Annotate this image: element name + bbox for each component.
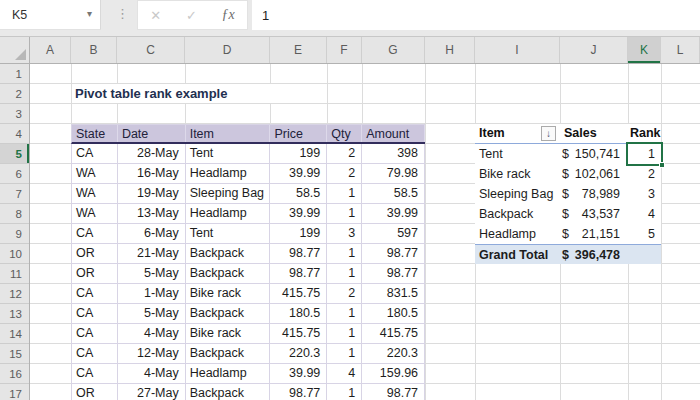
row-header-15[interactable]: 15	[0, 344, 29, 364]
column-header-h[interactable]: H	[425, 37, 475, 63]
grand-total-sales[interactable]: $396,478	[560, 245, 628, 264]
pivot-cell-rank[interactable]: 3	[628, 184, 661, 204]
cell-item[interactable]: Backpack	[186, 304, 271, 324]
row-header-8[interactable]: 8	[0, 204, 29, 224]
row-header-16[interactable]: 16	[0, 364, 29, 384]
column-header-a[interactable]: A	[30, 37, 71, 63]
selected-cell-outline[interactable]	[626, 142, 663, 166]
cell-qty[interactable]: 1	[327, 184, 362, 204]
cell-amount[interactable]: 98.77	[362, 384, 425, 400]
header-amount[interactable]: Amount	[362, 125, 425, 142]
row-header-7[interactable]: 7	[0, 184, 29, 204]
header-price[interactable]: Price	[270, 125, 327, 142]
column-header-f[interactable]: F	[327, 37, 362, 63]
sheet-title-cell[interactable]: Pivot table rank example	[72, 84, 286, 103]
cell-state[interactable]: CA	[72, 284, 118, 304]
cell-date[interactable]: 28-May	[118, 144, 186, 164]
cell-item[interactable]: Backpack	[186, 384, 271, 400]
cell-item[interactable]: Backpack	[186, 264, 271, 284]
pivot-cell-item[interactable]: Headlamp	[475, 224, 560, 244]
cell-price[interactable]: 98.77	[270, 384, 327, 400]
pivot-cell-rank[interactable]: 5	[628, 224, 661, 244]
cell-item[interactable]: Bike rack	[186, 284, 271, 304]
cell-date[interactable]: 13-May	[118, 204, 186, 224]
cell-qty[interactable]: 1	[327, 324, 362, 344]
cell-amount[interactable]: 398	[362, 144, 425, 164]
cell-price[interactable]: 98.77	[270, 244, 327, 264]
cell-item[interactable]: Sleeping Bag	[186, 184, 271, 204]
cell-state[interactable]: OR	[72, 264, 118, 284]
column-header-i[interactable]: I	[475, 37, 560, 63]
row-header-9[interactable]: 9	[0, 224, 29, 244]
pivot-cell-sales[interactable]: $78,989	[560, 184, 628, 204]
cell-qty[interactable]: 1	[327, 264, 362, 284]
cell-date[interactable]: 4-May	[118, 364, 186, 384]
pivot-cell-item[interactable]: Sleeping Bag	[475, 184, 560, 204]
pivot-cell-item[interactable]: Tent	[475, 144, 560, 164]
column-header-g[interactable]: G	[362, 37, 425, 63]
row-header-6[interactable]: 6	[0, 164, 29, 184]
cell-price[interactable]: 199	[270, 144, 327, 164]
cell-amount[interactable]: 58.5	[362, 184, 425, 204]
row-header-4[interactable]: 4	[0, 124, 29, 144]
cell-qty[interactable]: 1	[327, 384, 362, 400]
pivot-cell-sales[interactable]: $102,061	[560, 164, 628, 184]
column-header-c[interactable]: C	[117, 37, 185, 63]
row-header-10[interactable]: 10	[0, 244, 29, 264]
cell-amount[interactable]: 180.5	[362, 304, 425, 324]
cell-date[interactable]: 1-May	[118, 284, 186, 304]
cell-date[interactable]: 12-May	[118, 344, 186, 364]
row-header-13[interactable]: 13	[0, 304, 29, 324]
cell-state[interactable]: OR	[72, 384, 118, 400]
cell-state[interactable]: WA	[72, 184, 118, 204]
cell-price[interactable]: 415.75	[270, 324, 327, 344]
header-qty[interactable]: Qty	[327, 125, 362, 142]
cell-price[interactable]: 220.3	[270, 344, 327, 364]
cell-qty[interactable]: 2	[327, 144, 362, 164]
cell-price[interactable]: 98.77	[270, 264, 327, 284]
name-box[interactable]: K5 ▾	[0, 0, 101, 30]
cell-item[interactable]: Backpack	[186, 244, 271, 264]
cell-date[interactable]: 5-May	[118, 264, 186, 284]
enter-icon[interactable]: ✓	[186, 8, 197, 23]
cell-date[interactable]: 6-May	[118, 224, 186, 244]
cell-amount[interactable]: 220.3	[362, 344, 425, 364]
pivot-cell-item[interactable]: Backpack	[475, 204, 560, 224]
cell-date[interactable]: 27-May	[118, 384, 186, 400]
pivot-cell-rank[interactable]: 4	[628, 204, 661, 224]
cell-item[interactable]: Tent	[186, 224, 271, 244]
row-header-17[interactable]: 17	[0, 384, 29, 400]
header-state[interactable]: State	[72, 125, 118, 142]
cell-qty[interactable]: 1	[327, 204, 362, 224]
cell-date[interactable]: 4-May	[118, 324, 186, 344]
cell-state[interactable]: CA	[72, 344, 118, 364]
row-header-12[interactable]: 12	[0, 284, 29, 304]
fill-handle[interactable]	[659, 162, 665, 168]
cell-item[interactable]: Tent	[186, 144, 271, 164]
grand-total-rank-empty[interactable]	[628, 245, 661, 264]
select-all-corner[interactable]	[0, 37, 30, 63]
column-header-e[interactable]: E	[270, 37, 327, 63]
cell-price[interactable]: 199	[270, 224, 327, 244]
cell-price[interactable]: 39.99	[270, 164, 327, 184]
cell-state[interactable]: CA	[72, 324, 118, 344]
cell-qty[interactable]: 3	[327, 224, 362, 244]
formula-input[interactable]: 1	[252, 0, 700, 30]
cell-amount[interactable]: 597	[362, 224, 425, 244]
pivot-cell-sales[interactable]: $150,741	[560, 144, 628, 164]
cell-amount[interactable]: 79.98	[362, 164, 425, 184]
column-header-k-selected[interactable]: K	[628, 37, 661, 63]
cell-date[interactable]: 5-May	[118, 304, 186, 324]
cell-amount[interactable]: 415.75	[362, 324, 425, 344]
cell-amount[interactable]: 98.77	[362, 244, 425, 264]
cell-state[interactable]: WA	[72, 204, 118, 224]
cell-item[interactable]: Bike rack	[186, 324, 271, 344]
cell-amount[interactable]: 831.5	[362, 284, 425, 304]
cell-price[interactable]: 39.99	[270, 364, 327, 384]
pivot-cell-item[interactable]: Bike rack	[475, 164, 560, 184]
cell-qty[interactable]: 1	[327, 244, 362, 264]
cell-qty[interactable]: 1	[327, 304, 362, 324]
row-header-2[interactable]: 2	[0, 84, 29, 104]
cell-price[interactable]: 39.99	[270, 204, 327, 224]
cell-state[interactable]: CA	[72, 364, 118, 384]
